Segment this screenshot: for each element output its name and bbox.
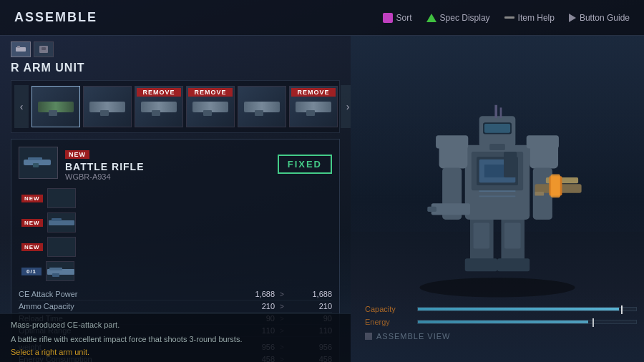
item-code: WGBR-A934 (65, 172, 270, 181)
carousel-item-2-bg (84, 87, 131, 127)
stat-name-ammo: Ammo Capacity (19, 302, 232, 310)
list-item-1[interactable]: NEW (19, 187, 332, 210)
svg-rect-15 (465, 258, 497, 271)
svg-rect-46 (504, 152, 517, 177)
square-icon (383, 13, 393, 23)
gun-shape-green (38, 102, 74, 112)
carousel-item-6[interactable]: REMOVE (289, 86, 338, 127)
spec-display-label: Spec Display (440, 13, 490, 23)
ground-fog (351, 290, 644, 362)
carousel-item-3[interactable]: REMOVE (135, 86, 183, 127)
section-title: R ARM UNIT (11, 62, 340, 74)
item-thumbnail-icon (22, 150, 54, 175)
stat-arrow-ce: > (275, 290, 289, 298)
spec-display-button[interactable]: Spec Display (426, 13, 490, 23)
svg-rect-16 (497, 258, 530, 271)
dash-icon (504, 16, 514, 19)
svg-rect-27 (427, 207, 436, 212)
hint-text: Select a right arm unit. (11, 348, 340, 356)
item-header: NEW BATTLE RIFLE WGBR-A934 FIXED (19, 147, 332, 181)
carousel-item-4[interactable]: REMOVE (186, 86, 235, 127)
triangle-icon (426, 14, 436, 22)
stat-arrow-ammo: > (275, 303, 289, 310)
mini-gun-icon-4 (47, 262, 75, 282)
svg-rect-18 (504, 222, 521, 248)
stat-new-ammo: 210 (289, 302, 332, 310)
slot-tab-1[interactable] (11, 41, 31, 57)
carousel-item-2[interactable] (83, 86, 132, 127)
svg-rect-44 (479, 190, 516, 192)
new-badge: NEW (65, 150, 89, 159)
gun-shape-5 (244, 102, 280, 112)
svg-rect-45 (479, 195, 516, 197)
carousel-left-arrow[interactable]: ‹ (14, 85, 29, 128)
left-panel: R ARM UNIT ‹ (0, 36, 351, 362)
svg-rect-10 (49, 268, 62, 270)
button-guide-label: Button Guide (580, 13, 630, 23)
carousel-item-1[interactable] (31, 86, 80, 127)
desc-line-2: A battle rifle with excellent impact for… (11, 334, 340, 345)
gun-shape-2 (89, 102, 125, 112)
mini-thumb-3 (47, 237, 76, 257)
mech-arm-icon (15, 45, 26, 54)
sort-label: Sort (396, 13, 412, 23)
carousel-item-4-label: REMOVE (188, 88, 233, 97)
list-item-4[interactable]: 0/1 (19, 260, 332, 283)
item-help-label: Item Help (518, 13, 555, 23)
svg-rect-40 (500, 107, 502, 117)
svg-rect-38 (484, 124, 510, 133)
mini-badge-4: 0/1 (21, 268, 42, 275)
mini-list: NEW NEW NEW 0/1 (19, 187, 332, 283)
list-item-2[interactable]: NEW (19, 211, 332, 234)
stat-name-ce: CE Attack Power (19, 290, 232, 298)
svg-rect-0 (16, 47, 26, 52)
sort-button[interactable]: Sort (383, 13, 412, 23)
top-bar-actions: Sort Spec Display Item Help Button Guide (383, 13, 630, 23)
mini-thumb-4 (46, 261, 74, 281)
svg-rect-35 (535, 192, 544, 195)
stat-row-ammo: Ammo Capacity 210 > 210 (19, 300, 332, 313)
carousel-item-5-bg (238, 87, 286, 127)
main-content: R ARM UNIT ‹ (0, 36, 644, 362)
fixed-badge: FIXED (278, 155, 332, 174)
svg-rect-41 (489, 144, 505, 150)
svg-rect-34 (550, 175, 560, 197)
carousel-item-1-bg (32, 87, 79, 127)
item-thumbnail (19, 147, 58, 179)
svg-rect-11 (52, 273, 59, 277)
svg-rect-3 (42, 47, 46, 50)
item-name: BATTLE RIFLE (65, 161, 270, 172)
bottom-description: Mass-produced CE-attack part. A battle r… (0, 313, 351, 362)
page-title: ASSEMBLE (14, 10, 97, 25)
arrow-icon (569, 14, 576, 22)
svg-rect-43 (527, 135, 559, 148)
slot-tabs (11, 41, 340, 57)
mech-illustration (361, 36, 633, 300)
carousel-item-3-label: REMOVE (137, 88, 181, 97)
svg-rect-5 (28, 157, 42, 160)
slot-tab-2[interactable] (34, 41, 54, 57)
svg-rect-7 (49, 220, 74, 225)
desc-line-1: Mass-produced CE-attack part. (11, 320, 340, 331)
stat-value-ce: 1,688 (232, 290, 275, 298)
mini-badge-1: NEW (21, 195, 43, 202)
item-info: NEW BATTLE RIFLE WGBR-A934 (65, 147, 270, 181)
parts-carousel: ‹ REMO (11, 80, 340, 133)
mini-thumb-1 (47, 188, 76, 208)
button-guide-button[interactable]: Button Guide (569, 13, 630, 23)
carousel-items: REMOVE REMOVE (31, 86, 338, 127)
gun-shape-3 (141, 102, 177, 112)
mech-body-icon (38, 45, 49, 54)
carousel-item-6-label: REMOVE (291, 88, 336, 97)
svg-rect-6 (33, 163, 39, 167)
list-item-3[interactable]: NEW (19, 235, 332, 258)
top-bar: ASSEMBLE Sort Spec Display Item Help But… (0, 0, 644, 36)
svg-rect-42 (436, 135, 468, 148)
carousel-item-5[interactable] (238, 86, 286, 127)
item-help-button[interactable]: Item Help (504, 13, 555, 23)
mini-badge-2: NEW (21, 219, 43, 227)
mini-badge-3: NEW (21, 243, 43, 251)
right-panel: Capacity Energy ASSEMBLE VIE (351, 36, 644, 362)
mech-area: Capacity Energy ASSEMBLE VIE (351, 36, 644, 362)
mini-thumb-2 (47, 212, 76, 233)
